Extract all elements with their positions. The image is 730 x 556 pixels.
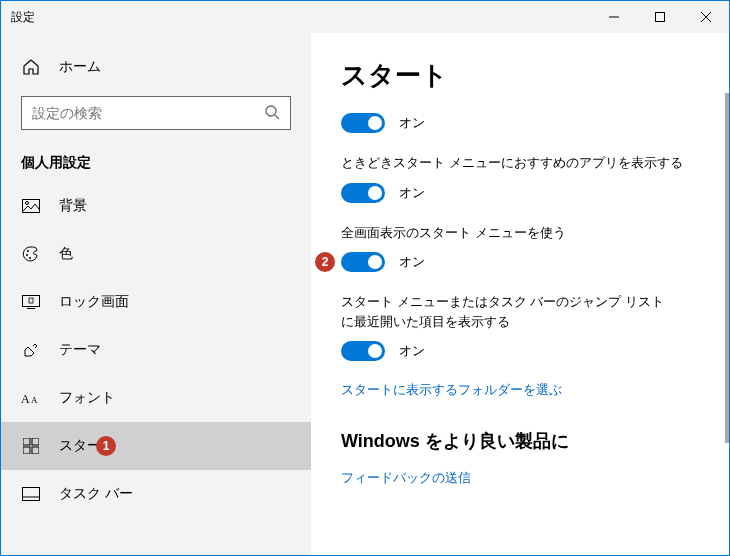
search-input[interactable]: [32, 105, 264, 121]
search-box[interactable]: [21, 96, 291, 130]
svg-rect-1: [656, 13, 665, 22]
svg-point-8: [27, 250, 29, 252]
content: スタート オン ときどきスタート メニューにおすすめのアプリを表示する オン 全…: [311, 33, 729, 555]
subheading: Windows をより良い製品に: [341, 429, 699, 453]
home-button[interactable]: ホーム: [1, 48, 311, 86]
toggle-switch[interactable]: [341, 183, 385, 203]
svg-rect-18: [23, 447, 30, 454]
sidebar-item-label: 色: [59, 245, 73, 263]
sidebar-item-label: テーマ: [59, 341, 101, 359]
sidebar-item-background[interactable]: 背景: [1, 182, 311, 230]
maximize-button[interactable]: [637, 1, 683, 33]
svg-rect-19: [32, 447, 39, 454]
section-title: 個人用設定: [1, 140, 311, 182]
toggle-row-0: オン: [341, 113, 699, 133]
home-label: ホーム: [59, 58, 101, 76]
sidebar: ホーム 個人用設定 背景: [1, 33, 311, 555]
svg-rect-16: [23, 438, 30, 445]
sidebar-item-fonts[interactable]: AA フォント: [1, 374, 311, 422]
toggle-row-1: オン: [341, 183, 699, 203]
svg-text:A: A: [21, 392, 30, 405]
sidebar-item-themes[interactable]: テーマ: [1, 326, 311, 374]
svg-rect-20: [23, 488, 40, 501]
sidebar-item-taskbar[interactable]: タスク バー: [1, 470, 311, 518]
start-icon: [21, 438, 41, 454]
annotation-badge-1: 1: [96, 436, 116, 456]
home-icon: [21, 58, 41, 76]
setting-label: ときどきスタート メニューにおすすめのアプリを表示する: [341, 153, 699, 173]
window-title: 設定: [1, 9, 35, 26]
search-wrap: [1, 86, 311, 140]
toggle-state: オン: [399, 114, 425, 132]
settings-window: 設定 ホーム: [0, 0, 730, 556]
minimize-button[interactable]: [591, 1, 637, 33]
taskbar-icon: [21, 487, 41, 501]
picture-icon: [21, 199, 41, 213]
sidebar-item-lockscreen[interactable]: ロック画面: [1, 278, 311, 326]
toggle-row-3: オン: [341, 341, 699, 361]
toggle-state: オン: [399, 342, 425, 360]
sidebar-item-label: 背景: [59, 197, 87, 215]
toggle-state: オン: [399, 184, 425, 202]
svg-rect-17: [32, 438, 39, 445]
sidebar-item-label: タスク バー: [59, 485, 133, 503]
svg-line-5: [275, 115, 279, 119]
svg-text:A: A: [31, 395, 38, 405]
svg-point-10: [29, 257, 31, 259]
sidebar-item-colors[interactable]: 色: [1, 230, 311, 278]
themes-icon: [21, 341, 41, 359]
body: ホーム 個人用設定 背景: [1, 33, 729, 555]
close-button[interactable]: [683, 1, 729, 33]
sidebar-item-label: ロック画面: [59, 293, 129, 311]
toggle-state: オン: [399, 253, 425, 271]
feedback-link[interactable]: フィードバックの送信: [341, 469, 699, 487]
toggle-switch[interactable]: [341, 113, 385, 133]
sidebar-item-start[interactable]: スタート 1: [1, 422, 311, 470]
toggle-switch[interactable]: [341, 252, 385, 272]
search-icon: [264, 104, 280, 123]
setting-label: 全画面表示のスタート メニューを使う: [341, 223, 699, 243]
font-icon: AA: [21, 391, 41, 405]
toggle-row-2: 2 オン: [341, 252, 699, 272]
choose-folders-link[interactable]: スタートに表示するフォルダーを選ぶ: [341, 381, 699, 399]
page-title: スタート: [341, 58, 699, 93]
scrollbar[interactable]: [725, 33, 729, 555]
window-controls: [591, 1, 729, 33]
palette-icon: [21, 245, 41, 263]
scrollbar-thumb[interactable]: [725, 93, 729, 443]
setting-label: スタート メニューまたはタスク バーのジャンプ リストに最近開いた項目を表示する: [341, 292, 671, 331]
lockscreen-icon: [21, 295, 41, 309]
toggle-switch[interactable]: [341, 341, 385, 361]
titlebar: 設定: [1, 1, 729, 33]
sidebar-item-label: フォント: [59, 389, 115, 407]
svg-rect-11: [23, 296, 40, 307]
svg-point-7: [26, 202, 29, 205]
svg-point-9: [26, 254, 28, 256]
svg-point-4: [266, 106, 276, 116]
annotation-badge-2: 2: [315, 252, 335, 272]
svg-rect-13: [29, 298, 33, 303]
